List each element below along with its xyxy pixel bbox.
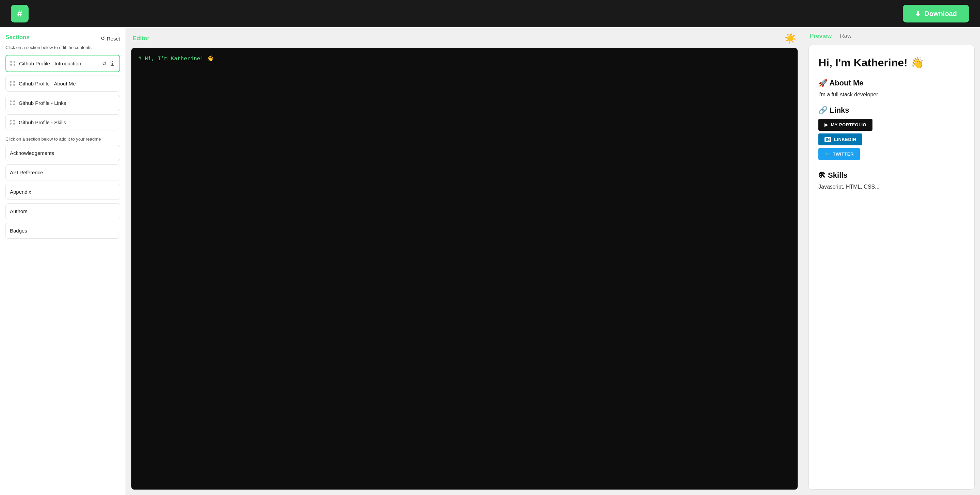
tab-preview[interactable]: Preview [810, 33, 832, 41]
app-logo: # [11, 5, 29, 22]
sections-header: Sections ↺ Reset [5, 34, 120, 43]
code-content: # Hi, I'm Katherine! 👋 [138, 56, 214, 62]
section-links-label: Github Profile - Links [19, 100, 66, 106]
add-appendix-label: Appendix [10, 189, 31, 195]
theme-toggle-icon[interactable]: ☀️ [784, 33, 796, 44]
add-badges[interactable]: Badges [5, 223, 120, 239]
portfolio-link[interactable]: ▶ MY PORTFOLIO [818, 119, 872, 131]
editor-area: Editor ☀️ # Hi, I'm Katherine! 👋 [126, 27, 803, 495]
add-authors-label: Authors [10, 209, 27, 214]
preview-content: Hi, I'm Katherine! 👋 🚀 About Me I'm a fu… [808, 45, 975, 490]
add-acknowledgements[interactable]: Acknowledgements [5, 145, 120, 161]
reset-section-icon[interactable]: ↺ [102, 60, 107, 67]
editor-header: Editor ☀️ [131, 33, 798, 44]
add-authors[interactable]: Authors [5, 203, 120, 219]
linkedin-label: LINKEDIN [834, 137, 856, 142]
preview-about-text: I'm a full stack developer... [818, 92, 965, 98]
download-button[interactable]: ⬇ Download [903, 5, 969, 22]
twitter-link[interactable]: 🐦 TWITTER [818, 148, 860, 160]
reset-icon: ↺ [101, 35, 105, 41]
drag-handle-icon [10, 100, 15, 106]
twitter-label: TWITTER [833, 151, 854, 157]
logo-symbol: # [18, 8, 22, 19]
portfolio-icon: ▶ [824, 122, 828, 127]
add-appendix[interactable]: Appendix [5, 184, 120, 200]
editor-tab[interactable]: Editor [133, 35, 150, 42]
preview-about-section: 🚀 About Me I'm a full stack developer... [818, 79, 965, 98]
preview-about-title: 🚀 About Me [818, 79, 965, 88]
add-api-reference[interactable]: API Reference [5, 164, 120, 180]
sections-label: Sections [5, 34, 30, 41]
preview-area: Preview Raw Hi, I'm Katherine! 👋 🚀 About… [803, 27, 980, 495]
preview-main-title: Hi, I'm Katherine! 👋 [818, 56, 965, 69]
sections-hint: Click on a section below to edit the con… [5, 45, 120, 50]
linkedin-link[interactable]: in LINKEDIN [818, 134, 862, 145]
code-editor[interactable]: # Hi, I'm Katherine! 👋 [131, 48, 798, 490]
tab-raw[interactable]: Raw [840, 33, 851, 41]
drag-handle-icon [10, 61, 16, 66]
drag-handle-icon [10, 120, 15, 125]
delete-section-icon[interactable]: 🗑 [110, 60, 115, 67]
add-badges-label: Badges [10, 228, 27, 234]
preview-skills-title: 🛠 Skills [818, 171, 965, 180]
reset-button[interactable]: ↺ Reset [101, 35, 120, 41]
sidebar-item-skills[interactable]: Github Profile - Skills [5, 115, 120, 131]
preview-links-section: 🔗 Links ▶ MY PORTFOLIO in LINKEDIN [818, 106, 965, 163]
download-label: Download [924, 10, 957, 18]
sidebar: Sections ↺ Reset Click on a section belo… [0, 27, 126, 495]
sidebar-item-introduction[interactable]: Github Profile - Introduction ↺ 🗑 [5, 55, 120, 72]
preview-links-title: 🔗 Links [818, 106, 965, 115]
section-intro-label: Github Profile - Introduction [19, 60, 81, 66]
add-acknowledgements-label: Acknowledgements [10, 150, 54, 156]
main-layout: Sections ↺ Reset Click on a section belo… [0, 27, 980, 495]
add-section-hint: Click on a section below to add it to yo… [5, 137, 120, 142]
sidebar-item-links[interactable]: Github Profile - Links [5, 95, 120, 111]
download-icon: ⬇ [915, 10, 921, 18]
sidebar-item-about-me[interactable]: Github Profile - About Me [5, 76, 120, 92]
preview-links-buttons: ▶ MY PORTFOLIO in LINKEDIN 🐦 TWIT [818, 119, 965, 163]
portfolio-label: MY PORTFOLIO [831, 122, 867, 127]
app-header: # ⬇ Download [0, 0, 980, 27]
linkedin-icon: in [824, 137, 831, 142]
preview-skills-section: 🛠 Skills Javascript, HTML, CSS... [818, 171, 965, 190]
preview-skills-text: Javascript, HTML, CSS... [818, 184, 965, 190]
add-api-label: API Reference [10, 170, 43, 175]
section-skills-label: Github Profile - Skills [19, 119, 66, 125]
section-about-label: Github Profile - About Me [19, 81, 76, 86]
drag-handle-icon [10, 81, 15, 86]
preview-header: Preview Raw [808, 33, 975, 41]
reset-label: Reset [107, 36, 120, 41]
twitter-icon: 🐦 [824, 151, 830, 157]
